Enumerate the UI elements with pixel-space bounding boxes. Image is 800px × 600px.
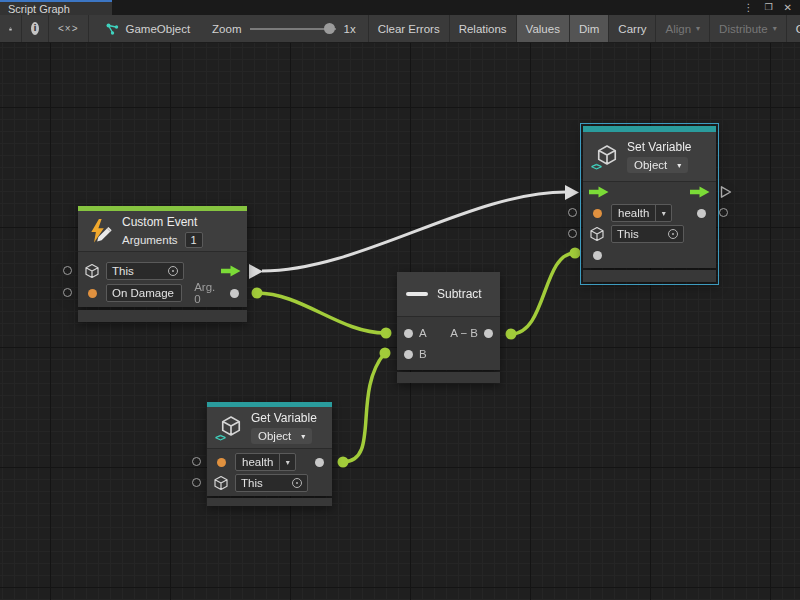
gameobject-label: GameObject — [126, 23, 191, 35]
tab-script-graph[interactable]: Script Graph — [0, 0, 112, 15]
clear-errors-button[interactable]: Clear Errors — [369, 15, 450, 42]
node-header[interactable]: <> Set Variable Object — [583, 132, 716, 182]
script-graph-window: Script Graph ⋮ ❒ ✕ <×> — [0, 0, 800, 600]
toolbar-right-group: Clear Errors Relations Values Dim Carry … — [368, 15, 800, 42]
dropdown-caret-icon — [773, 24, 777, 33]
zoom-slider-handle[interactable] — [324, 23, 335, 34]
flow-arrow-icon[interactable] — [589, 186, 609, 198]
node-footer — [397, 372, 500, 383]
port-hollow[interactable] — [568, 208, 577, 217]
maximize-icon[interactable]: ❒ — [765, 3, 773, 12]
port-value[interactable] — [315, 458, 324, 467]
wire-dot — [381, 328, 392, 339]
variable-scope-dropdown[interactable]: Object — [627, 157, 688, 173]
target-picker-icon[interactable] — [668, 229, 678, 239]
zoom-value: 1x — [344, 23, 356, 35]
port-hollow[interactable] — [568, 229, 577, 238]
variable-name-dropdown[interactable]: health — [611, 204, 672, 222]
subtract-row-a: A A − B — [397, 323, 500, 343]
target-field[interactable]: This — [611, 225, 684, 243]
port-value[interactable] — [404, 350, 413, 359]
relations-label: Relations — [459, 23, 507, 35]
variable-scope-dropdown[interactable]: Object — [251, 428, 312, 444]
target-field-value: This — [241, 477, 263, 489]
variable-name-row: health — [583, 203, 716, 223]
target-field[interactable]: This — [235, 474, 308, 492]
wire-getvar-to-b — [343, 354, 384, 462]
event-row: On Damage Arg. 0 — [78, 283, 247, 303]
port-value[interactable] — [404, 329, 413, 338]
wire-dot — [338, 457, 349, 468]
node-header[interactable]: Subtract — [397, 272, 500, 317]
node-subtract[interactable]: Subtract A A − B B — [397, 272, 500, 383]
node-set-variable[interactable]: <> Set Variable Object — [583, 126, 716, 282]
variable-brackets-icon: <> — [215, 433, 225, 443]
wire-subtract-to-setvar — [511, 253, 575, 334]
subtract-row-b: B — [397, 344, 500, 364]
close-icon[interactable]: ✕ — [784, 3, 792, 13]
window-controls: ⋮ ❒ ✕ — [744, 0, 800, 15]
target-picker-icon[interactable] — [168, 266, 178, 276]
wire-dot — [506, 329, 517, 340]
node-get-variable[interactable]: <> Get Variable Object health — [207, 402, 332, 506]
port-triangle-hollow[interactable] — [720, 185, 732, 199]
zoom-slider-track — [250, 28, 336, 30]
tab-label: Script Graph — [8, 3, 70, 15]
node-footer — [207, 498, 332, 506]
code-view-button[interactable]: <×> — [49, 15, 89, 42]
values-label: Values — [526, 23, 560, 35]
port-orange[interactable] — [593, 209, 602, 218]
variable-name-dropdown[interactable]: health — [235, 453, 296, 471]
variable-brackets-icon: <> — [591, 162, 601, 172]
event-name-field[interactable]: On Damage — [106, 284, 182, 302]
target-picker-icon[interactable] — [292, 478, 302, 488]
port-hollow[interactable] — [63, 266, 72, 275]
node-footer — [583, 270, 716, 282]
port-hollow[interactable] — [192, 478, 201, 487]
values-toggle[interactable]: Values — [517, 15, 570, 42]
arguments-input[interactable]: 1 — [185, 232, 203, 248]
wire-dot — [380, 348, 391, 359]
port-orange[interactable] — [217, 458, 226, 467]
info-button[interactable] — [22, 15, 49, 42]
port-hollow[interactable] — [719, 208, 728, 217]
port-value[interactable] — [230, 289, 239, 298]
dim-toggle[interactable]: Dim — [570, 15, 609, 42]
port-hollow[interactable] — [63, 288, 72, 297]
lock-icon — [9, 23, 12, 35]
graph-canvas[interactable]: Custom Event Arguments 1 — [0, 43, 800, 600]
port-value[interactable] — [593, 251, 602, 260]
wire-arrow — [565, 185, 579, 200]
arguments-label: Arguments — [122, 234, 178, 246]
carry-toggle[interactable]: Carry — [609, 15, 656, 42]
port-value[interactable] — [484, 329, 493, 338]
scope-value: Object — [258, 430, 291, 442]
distribute-dropdown[interactable]: Distribute — [710, 15, 787, 42]
dropdown-caret-icon — [677, 161, 681, 170]
overview-button[interactable]: Overv — [787, 15, 800, 42]
menu-icon[interactable]: ⋮ — [744, 3, 754, 13]
port-orange[interactable] — [88, 289, 97, 298]
zoom-control: Zoom 1x — [212, 15, 356, 42]
zoom-slider[interactable] — [250, 23, 336, 35]
flow-arrow-icon[interactable] — [690, 186, 710, 198]
port-value[interactable] — [697, 209, 706, 218]
lock-button[interactable] — [0, 15, 22, 42]
node-header[interactable]: Custom Event Arguments 1 — [78, 211, 247, 252]
align-dropdown[interactable]: Align — [656, 15, 710, 42]
target-field[interactable]: This — [106, 262, 184, 280]
minus-icon — [406, 292, 428, 296]
node-custom-event[interactable]: Custom Event Arguments 1 — [78, 206, 247, 322]
scope-value: Object — [634, 159, 667, 171]
wire-dot — [570, 248, 581, 259]
port-hollow[interactable] — [192, 457, 201, 466]
dim-label: Dim — [579, 23, 599, 35]
variable-name-value: health — [236, 454, 279, 470]
output-label: A − B — [450, 327, 478, 339]
node-header[interactable]: <> Get Variable Object — [207, 407, 332, 449]
gameobject-graph-icon — [105, 22, 120, 36]
relations-button[interactable]: Relations — [450, 15, 517, 42]
variable-icon: <> — [592, 144, 618, 170]
graph-owner[interactable]: GameObject — [105, 15, 191, 42]
flow-arrow-icon[interactable] — [221, 265, 241, 277]
